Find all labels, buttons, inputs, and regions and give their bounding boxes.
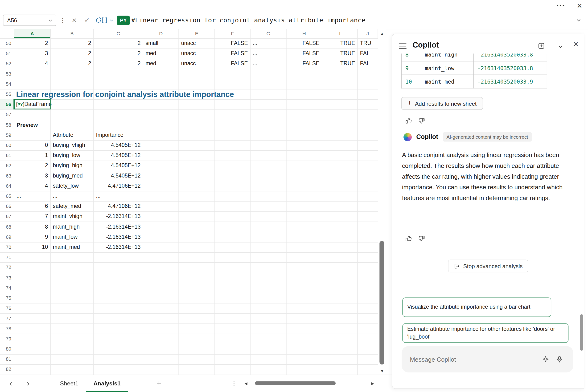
cell-C50[interactable]: 2	[94, 38, 143, 48]
column-header-H[interactable]: H	[286, 29, 322, 38]
cell-C67[interactable]: -2.16314E+13	[94, 212, 143, 222]
row-header-78[interactable]: 78	[0, 324, 14, 334]
copilot-close-icon[interactable]: ×	[573, 39, 578, 50]
cell-C68[interactable]: -2.16314E+13	[94, 222, 143, 232]
horizontal-scrollbar-thumb[interactable]	[255, 381, 336, 385]
cell-D50[interactable]: small	[143, 38, 179, 48]
cell-I52[interactable]: TRUE	[322, 58, 358, 69]
row-header-55[interactable]: 55	[0, 89, 14, 99]
cell-B70[interactable]: maint_med	[51, 242, 94, 252]
cell-B65[interactable]: ...	[51, 191, 94, 201]
name-box-menu-icon[interactable]: ⋮	[59, 11, 66, 29]
row-header-66[interactable]: 66	[0, 201, 14, 212]
cell-B66[interactable]: safety_med	[51, 201, 94, 212]
row-header-62[interactable]: 62	[0, 160, 14, 171]
copilot-scrollbar-thumb[interactable]	[580, 314, 583, 350]
column-header-C[interactable]: C	[94, 29, 143, 38]
cell-B60[interactable]: buying_vhigh	[51, 140, 94, 150]
cell-J51[interactable]: FAL	[358, 48, 378, 58]
cell-F50[interactable]: FALSE	[215, 38, 250, 48]
thumbs-up-icon[interactable]	[405, 117, 412, 124]
column-header-D[interactable]: D	[143, 29, 179, 38]
cell-A63[interactable]: 3	[14, 171, 51, 181]
row-header-80[interactable]: 80	[0, 344, 14, 354]
name-box[interactable]: A56	[3, 14, 56, 26]
cell-C59[interactable]: Importance	[94, 130, 143, 140]
cell-I51[interactable]: TRUE	[322, 48, 358, 58]
mic-icon[interactable]	[556, 356, 563, 363]
cell-J50[interactable]: TRU	[358, 38, 378, 48]
column-header-G[interactable]: G	[250, 29, 286, 38]
row-header-81[interactable]: 81	[0, 354, 14, 364]
cell-H52[interactable]: FALSE	[286, 58, 322, 69]
cell-B69[interactable]: maint_low	[51, 232, 94, 242]
cell-E50[interactable]: unacc	[179, 38, 215, 48]
cell-E51[interactable]: unacc	[179, 48, 215, 58]
thumbs-down-icon[interactable]	[418, 235, 425, 242]
cell-A58[interactable]: Preview	[14, 120, 51, 130]
formula-input[interactable]: #Linear regression for conjoint analysis…	[131, 11, 365, 29]
cell-C51[interactable]: 2	[94, 48, 143, 58]
python-editor-icon[interactable]	[94, 11, 116, 29]
tab-analysis1[interactable]: Analysis1	[86, 375, 128, 392]
row-header-60[interactable]: 60	[0, 140, 14, 150]
suggestion-chip[interactable]: Estimate attribute importance for other …	[402, 323, 568, 343]
row-header-54[interactable]: 54	[0, 79, 14, 89]
cell-A69[interactable]: 9	[14, 232, 51, 242]
column-header-B[interactable]: B	[51, 29, 94, 38]
cell-I50[interactable]: TRUE	[322, 38, 358, 48]
dataframe-cell[interactable]: PYDataFrame	[14, 99, 52, 110]
formula-bar-expand-icon[interactable]	[574, 11, 583, 29]
column-header-F[interactable]: F	[215, 29, 250, 38]
row-header-65[interactable]: 65	[0, 191, 14, 201]
cell-A66[interactable]: 6	[14, 201, 51, 212]
row-header-61[interactable]: 61	[0, 150, 14, 160]
cell-F51[interactable]: FALSE	[215, 48, 250, 58]
cell-F52[interactable]: FALSE	[215, 58, 250, 69]
select-all-corner[interactable]	[0, 29, 14, 38]
cell-B50[interactable]: 2	[51, 38, 94, 48]
cell-A62[interactable]: 2	[14, 160, 51, 171]
cell-A60[interactable]: 0	[14, 140, 51, 150]
row-header-57[interactable]: 57	[0, 110, 14, 120]
cell-B67[interactable]: maint_vhigh	[51, 212, 94, 222]
cell-C63[interactable]: 4.5405E+12	[94, 171, 143, 181]
thumbs-up-icon[interactable]	[405, 235, 412, 242]
cell-D52[interactable]: med	[143, 58, 179, 69]
row-header-71[interactable]: 71	[0, 252, 14, 262]
cell-A68[interactable]: 8	[14, 222, 51, 232]
cell-A64[interactable]: 4	[14, 181, 51, 191]
tab-sheet1[interactable]: Sheet1	[53, 375, 86, 392]
row-header-70[interactable]: 70	[0, 242, 14, 252]
more-options-button[interactable]: •••	[557, 2, 566, 8]
sheet-list-menu-icon[interactable]: ⋮	[229, 375, 238, 392]
suggestion-chip[interactable]: Visualize the attribute importance using…	[402, 297, 551, 317]
cell-C70[interactable]: -2.16314E+13	[94, 242, 143, 252]
row-header-79[interactable]: 79	[0, 334, 14, 344]
row-header-75[interactable]: 75	[0, 293, 14, 303]
cell-D51[interactable]: med	[143, 48, 179, 58]
scroll-up-icon[interactable]: ▲	[378, 31, 386, 36]
cell-B68[interactable]: maint_high	[51, 222, 94, 232]
cell-H51[interactable]: FALSE	[286, 48, 322, 58]
cell-G51[interactable]: ...	[250, 48, 286, 58]
thumbs-down-icon[interactable]	[418, 117, 425, 124]
row-header-74[interactable]: 74	[0, 283, 14, 293]
scroll-left-icon[interactable]: ◀	[244, 375, 247, 392]
cell-C64[interactable]: 4.47106E+12	[94, 181, 143, 191]
cell-B63[interactable]: buying_med	[51, 171, 94, 181]
cell-E52[interactable]: unacc	[179, 58, 215, 69]
cell-B62[interactable]: buying_high	[51, 160, 94, 171]
sheet-nav-left-icon[interactable]: ‹	[6, 375, 16, 392]
add-sheet-button[interactable]: +	[154, 375, 164, 392]
row-header-82[interactable]: 82	[0, 364, 14, 374]
new-chat-icon[interactable]	[538, 42, 545, 50]
cell-A50[interactable]: 2	[14, 38, 51, 48]
cells-area[interactable]: Linear regression for conjoint analysis …	[14, 38, 378, 374]
name-box-chevron-icon[interactable]	[48, 18, 53, 23]
row-header-53[interactable]: 53	[0, 69, 14, 79]
cell-A65[interactable]: ...	[14, 191, 51, 201]
cell-C62[interactable]: 4.5405E+12	[94, 160, 143, 171]
cell-C52[interactable]: 2	[94, 58, 143, 69]
row-header-63[interactable]: 63	[0, 171, 14, 181]
